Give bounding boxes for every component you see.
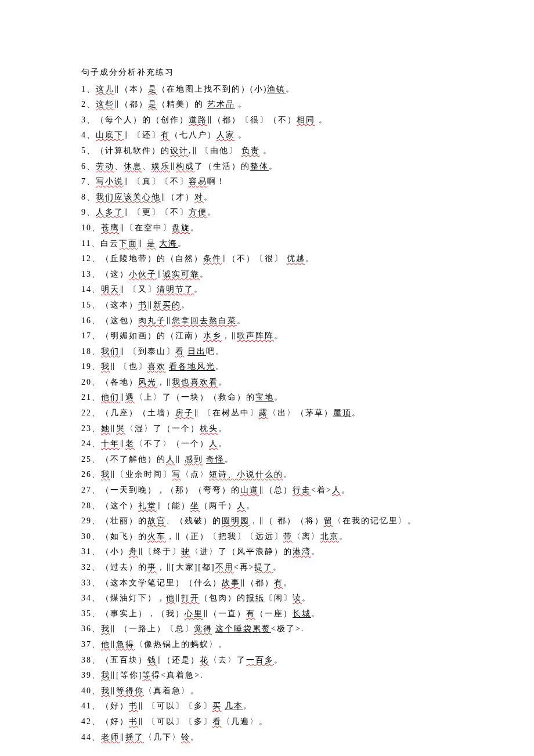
line-number: 34、 [81,594,101,602]
emphasized-text: 您拿回去熬白菜 [172,316,237,325]
plain-text: （不了解他）的 [101,455,166,464]
sentence-line: 9、人多了‖ 〔更〕〔不〕方便。 [81,205,464,220]
emphasized-text: 相同 [297,115,315,124]
line-number: 15、 [81,301,101,309]
emphasized-text: 是 [148,85,157,93]
plain-text: 〈去〉了 [209,656,246,664]
emphasized-text: 设计 [170,146,189,155]
emphasized-text: 我们 [101,347,120,356]
emphasized-text: 我 [101,686,110,695]
plain-text: 〈离〉 [293,532,320,541]
plain-text: （一天到晚），（那）（弯弯）的 [101,486,240,494]
emphasized-text: 我 [101,470,110,479]
sentence-line: 40、我‖等得你〈真着急〉。 [81,683,464,699]
plain-text: 。 [200,270,209,278]
plain-text: ,‖ 〔由他〕 [189,146,241,155]
emphasized-text: 书 [138,301,147,309]
sentence-line: 22、（几座）（土墙）房子‖ 〔在树丛中〕露〈出〉（茅草）屋顶。 [81,406,464,421]
plain-text: （壮丽）的 [101,516,147,525]
plain-text: ‖ [147,301,153,309]
plain-text: 。 [181,301,190,309]
emphasized-text: 钱 [147,656,157,664]
line-number: 33、 [81,578,101,587]
plain-text: <着> [311,486,332,494]
underlined-text: 艺术品 [207,100,235,108]
plain-text: <再> [234,563,255,571]
plain-text: 得<真着急>. [151,671,203,679]
plain-text: （丘陵地带）的（自然） [101,254,203,263]
sentence-list: 1、这儿‖（本）是（在地图上找不到的）(小)渔镇。2、这些‖（都）是（精美）的 … [81,82,464,746]
emphasized-text: 我 [101,362,110,371]
emphasized-text: 下面 [119,239,138,248]
plain-text: （每个人）的（创作） [96,115,189,124]
emphasized-text: 我们应该关心他 [96,193,161,201]
plain-text: （事实上），（我） [101,609,185,618]
sentence-line: 37、他‖急得〈像热锅上的蚂蚁〉。 [81,637,464,653]
line-number: 19、 [81,362,101,371]
sentence-line: 2、这些‖（都）是（精美）的 艺术品 。 [81,97,464,113]
emphasized-text: 觉得 [194,624,212,633]
plain-text: （计算机软件）的 [96,146,170,155]
plain-text: 。 [352,408,361,417]
underlined-text: 屋顶 [333,408,352,417]
emphasized-text: 是 [147,239,156,248]
plain-text: ‖ 〔也〕 [110,362,147,371]
line-number: 44、 [81,733,101,741]
plain-text: 〈点〉 [181,470,209,479]
underlined-text: 奇怪 [206,455,225,464]
plain-text: 。 [218,424,228,433]
emphasized-text: 老师 [101,733,120,741]
emphasized-text: 歌声阵阵 [237,331,274,340]
emphasized-text: 休息 [124,162,142,171]
emphasized-text: 容易 [189,177,207,186]
emphasized-text: 事 [147,563,157,571]
plain-text: 了（生活）的 [194,162,250,171]
plain-text: ‖ 〔可以〕〔多〕 [138,701,212,710]
line-number: 39、 [81,671,101,679]
line-number: 27、 [81,486,101,494]
plain-text: ‖ [110,424,116,433]
plain-text: 。 [243,701,252,710]
underlined-text: 长城 [293,609,311,618]
plain-text: 。 [246,501,255,510]
sentence-line: 16、（这包）肉丸子‖您拿回去熬白菜。 [81,313,464,329]
plain-text: ‖ [175,455,185,464]
plain-text: 。 [274,331,283,340]
line-number: 10、 [81,223,101,232]
sentence-line: 33、（这本文学笔记里）（什么）故事‖（都）有。 [81,576,464,591]
plain-text: ，‖[大家][都] [157,563,215,571]
plain-text: （在地图上找不到的）(小) [157,85,267,93]
emphasized-text: 提了 [254,563,273,571]
emphasized-text: 花 [200,656,209,664]
plain-text: ‖ 〔又〕 [120,285,157,294]
emphasized-text: 打开 [181,594,200,602]
sentence-line: 25、（不了解他）的人‖ 感到 奇怪。 [81,452,464,468]
plain-text: ‖ [157,270,163,278]
plain-text: ‖ [166,316,172,325]
emphasized-text: 留 [324,516,333,525]
line-number: 12、 [81,254,101,263]
emphasized-text: 书 [129,701,138,710]
plain-text: （五百块） [101,656,147,664]
plain-text: （各地） [101,378,138,386]
plain-text: 〈湿〉了（一个） [125,424,200,433]
emphasized-text: 摇了 [125,733,144,741]
emphasized-text: 急得 [116,640,135,649]
underlined-text: 宝地 [255,393,274,401]
sentence-line: 27、（一天到晚），（那）（弯弯）的山道‖（总）行走<着>人。 [81,483,464,498]
underlined-text: 日出 [187,347,206,356]
plain-text: （包肉）的 [200,594,246,602]
sentence-line: 5、（计算机软件）的设计,‖ 〔由他〕 负责 。 [81,143,464,159]
plain-text: （好） [101,717,129,726]
emphasized-text: 诚实可靠 [163,270,200,278]
plain-text: 。 [311,547,320,556]
plain-text: 白云 [100,239,119,248]
plain-text: ‖（都） [240,578,274,587]
plain-text: （小） [101,547,129,556]
emphasized-text: 写小说 [96,177,124,186]
plain-text: 〈像热锅上的蚂蚁〉。 [135,640,228,649]
plain-text: 〈真着急〉。 [144,686,200,695]
line-number: 14、 [81,285,101,294]
plain-text: （七八户） [170,131,217,139]
sentence-line: 1、这儿‖（本）是（在地图上找不到的）(小)渔镇。 [81,82,464,97]
